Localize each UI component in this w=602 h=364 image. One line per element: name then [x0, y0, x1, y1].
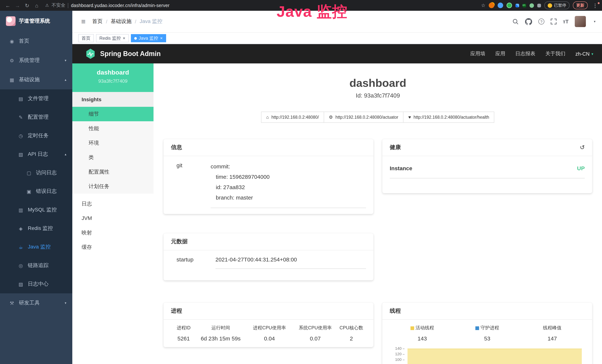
menu-item-jvm[interactable]: JVM	[72, 211, 153, 225]
metadata-card-title: 元数据	[171, 238, 188, 245]
sba-brand[interactable]: Spring Boot Admin	[85, 48, 161, 59]
update-button[interactable]: 更新	[573, 1, 588, 9]
breadcrumb-infrastructure[interactable]: 基础设施	[111, 18, 131, 25]
sidebar-item-log-center[interactable]: ▨ 日志中心	[0, 275, 72, 293]
sidebar-item-java-monitor[interactable]: ☕ Java 监控	[0, 238, 72, 256]
extension-icon-6[interactable]	[529, 3, 534, 8]
actuator-url: http://192.168.0.2:48080/actuator	[335, 115, 398, 119]
extension-icon-2[interactable]	[498, 3, 503, 8]
dashboard-icon: ◉	[8, 38, 16, 44]
sidebar-item-label: 配置管理	[28, 114, 49, 120]
fullscreen-icon[interactable]	[551, 19, 557, 24]
instance-sidebar: dashboard 93a3fc7f7409 Insights 细节 性能 环境…	[72, 64, 153, 364]
back-icon[interactable]: ←	[3, 2, 13, 8]
menu-item-details[interactable]: 细节	[72, 107, 153, 121]
sba-nav-about[interactable]: 关于我们	[545, 50, 565, 57]
sidebar-item-label: 链路追踪	[28, 262, 49, 269]
sidebar-item-error-logs[interactable]: ▣ 错误日志	[0, 182, 72, 201]
browser-menu-icon[interactable]: ⋮	[591, 2, 599, 8]
metadata-card: 元数据 startup 2021-04-27T00:44:31.254+08:0…	[163, 233, 373, 280]
breadcrumb-current: Java 监控	[140, 18, 162, 25]
uptime-value: 6d 23h 15m 59s	[196, 335, 245, 342]
sba-nav-applications[interactable]: 应用	[495, 50, 505, 57]
sidebar-item-system-mgmt[interactable]: ⚙ 系统管理 ▾	[0, 51, 72, 70]
sidebar-item-dev-tools[interactable]: ⚒ 研发工具 ▾	[0, 293, 72, 313]
search-icon[interactable]	[512, 18, 519, 25]
paused-chip[interactable]: 已暂停	[544, 1, 570, 9]
hamburger-icon[interactable]: ≡	[78, 17, 88, 26]
active-dot	[134, 37, 137, 40]
sba-locale-select[interactable]: zh-CN ▾	[575, 51, 593, 57]
help-icon[interactable]: ?	[538, 19, 544, 24]
not-secure-warning-icon: ⚠	[45, 3, 49, 8]
health-url-button[interactable]: ♥ http://192.168.0.2:48080/actuator/heal…	[403, 112, 494, 123]
home-icon: ⌂	[266, 115, 269, 120]
sba-brand-label: Spring Boot Admin	[100, 50, 161, 58]
sba-locale-label: zh-CN	[575, 51, 590, 57]
close-icon[interactable]: ×	[160, 36, 163, 41]
menu-item-scheduled-tasks[interactable]: 计划任务	[72, 179, 153, 193]
actuator-url-button[interactable]: ⚙ http://192.168.0.2:48080/actuator	[324, 112, 403, 123]
tab-label: Java 监控	[139, 35, 158, 41]
history-icon[interactable]: ↺	[580, 144, 585, 151]
browser-home-icon[interactable]: ⌂	[32, 2, 42, 8]
java-icon: ☕	[17, 244, 24, 250]
instance-header[interactable]: dashboard 93a3fc7f7409	[72, 64, 153, 92]
menu-item-caches[interactable]: 缓存	[72, 240, 153, 254]
reload-icon[interactable]: ↻	[22, 2, 32, 8]
sidebar-item-redis-monitor[interactable]: ◈ Redis 监控	[0, 219, 72, 238]
extension-icon-3[interactable]	[506, 3, 512, 8]
service-url-button[interactable]: ⌂ http://192.168.0.2:48080/	[261, 112, 324, 123]
menu-item-environment[interactable]: 环境	[72, 136, 153, 150]
sidebar-item-file-mgmt[interactable]: ▤ 文件管理	[0, 89, 72, 108]
font-size-icon[interactable]: тT	[563, 19, 569, 24]
menu-item-classes[interactable]: 类	[72, 150, 153, 165]
sidebar-item-mysql-monitor[interactable]: ▥ MySQL 监控	[0, 201, 72, 219]
menu-item-mappings[interactable]: 映射	[72, 225, 153, 240]
threads-card: 线程 活动线程 1	[382, 303, 592, 364]
address-bar[interactable]: ⚠ 不安全 dashboard.yudao.iocoder.cn/infra/a…	[45, 2, 170, 9]
sidebar-item-scheduled-jobs[interactable]: ◷ 定时任务	[0, 127, 72, 145]
metadata-value: 2021-04-27T00:44:31.254+08:00	[215, 256, 366, 269]
extensions-puzzle-icon[interactable]	[537, 3, 541, 7]
sidebar-item-label: 研发工具	[19, 300, 40, 306]
breadcrumb-home[interactable]: 首页	[92, 18, 103, 25]
avatar[interactable]	[575, 16, 586, 27]
menu-item-config-props[interactable]: 配置属性	[72, 165, 153, 179]
metadata-key: startup	[171, 256, 215, 269]
tags-bar: 首页 Redis 监控 × Java 监控 ×	[72, 33, 602, 44]
sidebar-item-home[interactable]: ◉ 首页	[0, 32, 72, 51]
menu-item-logs[interactable]: 日志	[72, 197, 153, 211]
sidebar-item-api-logs[interactable]: ▧ API 日志 ▴	[0, 145, 72, 163]
wrench-icon: ⚙	[329, 115, 333, 120]
chevron-down-icon: ▾	[65, 59, 66, 62]
forward-icon[interactable]: →	[13, 2, 22, 8]
annotation-text: Java 监控	[277, 1, 348, 22]
app-sidebar: 芋道管理系统 ◉ 首页 ⚙ 系统管理 ▾ ▦ 基础设施 ▴ ▤ 文件管理 ✎	[0, 11, 72, 364]
sba-nav-journal[interactable]: 日志报表	[515, 50, 535, 57]
app-logo[interactable]: 芋道管理系统	[0, 11, 72, 32]
browser-actions: ☆ on 已暂停 更新 ⋮	[481, 1, 599, 9]
sba-nav-wall[interactable]: 应用墙	[470, 50, 485, 57]
extension-on-badge[interactable]: on	[522, 3, 526, 7]
github-icon[interactable]	[525, 18, 532, 25]
paused-label: 已暂停	[554, 3, 566, 8]
gear-icon: ⚙	[8, 58, 16, 63]
tab-redis-monitor[interactable]: Redis 监控 ×	[96, 34, 129, 42]
sidebar-item-infrastructure[interactable]: ▦ 基础设施 ▴	[0, 70, 72, 89]
sidebar-item-tracing[interactable]: ◎ 链路追踪	[0, 256, 72, 275]
tab-home[interactable]: 首页	[78, 34, 94, 42]
tools-icon: ⚒	[8, 300, 16, 306]
breadcrumb-separator: /	[106, 19, 107, 24]
trace-icon: ◎	[17, 263, 24, 268]
close-icon[interactable]: ×	[123, 36, 125, 41]
y-axis-tick: 120	[390, 352, 405, 356]
sidebar-item-config-mgmt[interactable]: ✎ 配置管理	[0, 108, 72, 127]
extension-icon-1[interactable]	[489, 3, 494, 8]
tab-java-monitor[interactable]: Java 监控 ×	[131, 34, 166, 42]
sidebar-item-access-logs[interactable]: ▢ 访问日志	[0, 163, 72, 182]
bookmark-star-icon[interactable]: ☆	[481, 3, 485, 8]
extension-icon-4[interactable]	[516, 3, 519, 7]
health-card: 健康 ↺ Instance UP	[382, 139, 592, 193]
menu-item-metrics[interactable]: 性能	[72, 121, 153, 136]
